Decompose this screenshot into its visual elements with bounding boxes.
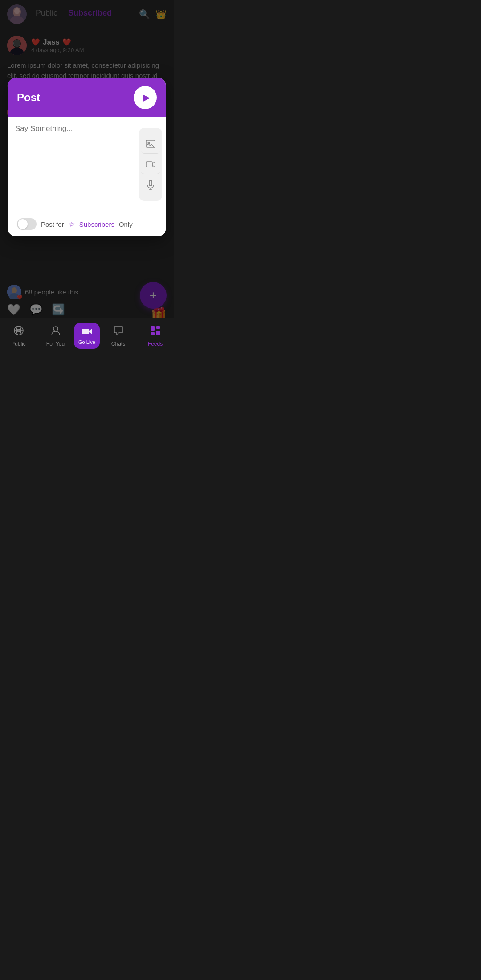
post-text-input[interactable] bbox=[15, 124, 135, 204]
side-media-actions bbox=[139, 128, 162, 201]
go-live-label: Go Live bbox=[78, 339, 95, 345]
svg-rect-30 bbox=[151, 332, 155, 335]
modal-title: Post bbox=[17, 91, 40, 104]
video-upload-button[interactable] bbox=[141, 155, 160, 174]
go-live-icon bbox=[82, 327, 92, 339]
modal-body: Post for ☆ Subscribers Only bbox=[8, 117, 166, 236]
only-label: Only bbox=[119, 220, 133, 228]
svg-rect-19 bbox=[149, 180, 152, 186]
toggle-knob bbox=[18, 219, 28, 229]
for-you-icon bbox=[50, 325, 61, 339]
subscribers-label[interactable]: Subscribers bbox=[79, 220, 114, 228]
for-you-label: For You bbox=[46, 341, 65, 347]
image-upload-button[interactable] bbox=[141, 134, 160, 154]
send-icon: ▶ bbox=[143, 92, 150, 103]
subscribers-toggle[interactable] bbox=[17, 218, 37, 230]
nav-for-you[interactable]: For You bbox=[37, 321, 74, 351]
svg-rect-31 bbox=[156, 331, 160, 335]
svg-rect-28 bbox=[151, 326, 155, 331]
feeds-label: Feeds bbox=[148, 341, 163, 347]
audio-upload-button[interactable] bbox=[141, 175, 160, 195]
chats-icon bbox=[113, 325, 124, 339]
send-button[interactable]: ▶ bbox=[134, 86, 157, 109]
nav-public[interactable]: Public bbox=[0, 321, 37, 351]
svg-rect-18 bbox=[146, 162, 152, 167]
post-modal: Post ▶ bbox=[8, 78, 166, 236]
nav-chats[interactable]: Chats bbox=[100, 321, 137, 351]
nav-feeds[interactable]: Feeds bbox=[137, 321, 174, 351]
subscribers-star-icon: ☆ bbox=[69, 220, 75, 229]
bottom-navigation: Public For You Go Live Chats bbox=[0, 318, 174, 353]
feeds-icon bbox=[150, 325, 161, 339]
svg-point-26 bbox=[53, 327, 58, 331]
text-area-wrapper bbox=[8, 117, 166, 212]
modal-header: Post ▶ bbox=[8, 78, 166, 117]
post-for-label: Post for bbox=[41, 220, 64, 228]
svg-rect-29 bbox=[156, 326, 160, 329]
public-label: Public bbox=[11, 341, 26, 347]
nav-go-live[interactable]: Go Live bbox=[74, 323, 100, 349]
chats-label: Chats bbox=[111, 341, 125, 347]
svg-rect-27 bbox=[82, 329, 89, 334]
modal-footer: Post for ☆ Subscribers Only bbox=[8, 212, 166, 236]
public-icon bbox=[13, 325, 24, 339]
